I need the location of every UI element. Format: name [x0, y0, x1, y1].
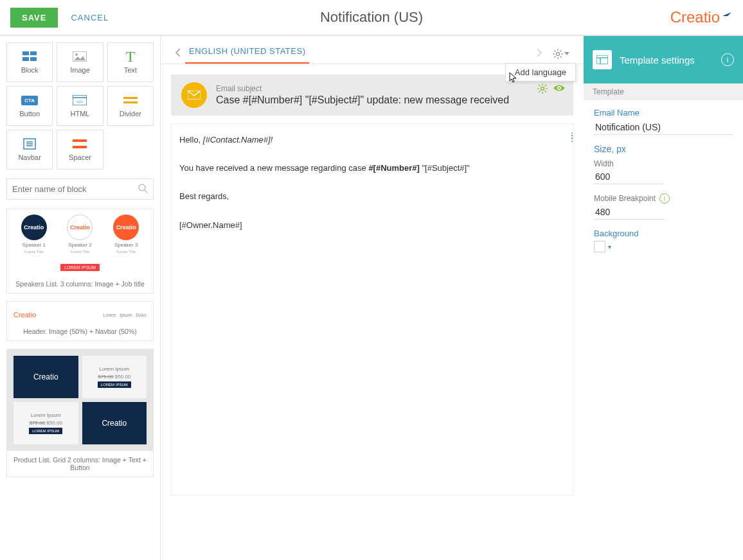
save-button[interactable]: SAVE — [10, 8, 58, 28]
svg-rect-16 — [73, 146, 87, 148]
svg-rect-1 — [30, 51, 37, 55]
breakpoint-label: Mobile Breakpoint i — [594, 193, 733, 204]
speaker-logo: Creatio — [113, 214, 139, 240]
cursor-icon — [509, 72, 518, 83]
mail-icon — [181, 82, 207, 108]
svg-text:</>: </> — [76, 100, 83, 104]
subject-gear-icon[interactable] — [537, 83, 548, 96]
product-info: Lorem Ipsum $75.00 $50.00 LOREM IPSUM — [82, 356, 147, 398]
palette-button[interactable]: CTA Button — [6, 86, 53, 126]
cancel-link[interactable]: CANCEL — [71, 13, 109, 22]
svg-line-24 — [554, 50, 555, 51]
product-image: Creatio — [13, 356, 78, 398]
chevron-down-icon: ▾ — [608, 243, 611, 250]
palette-label: HTML — [71, 110, 90, 118]
center-pane: ENGLISH (UNITED STATES) Add language — [161, 36, 584, 560]
palette-html[interactable]: </> HTML — [57, 86, 103, 126]
palette-spacer[interactable]: Spacer — [57, 130, 103, 170]
preview-caption: Product List. Grid 2 columns: Image + Te… — [7, 456, 153, 471]
svg-rect-0 — [22, 51, 29, 55]
block-icon — [22, 51, 37, 62]
palette-label: Image — [70, 66, 90, 74]
next-tab-arrow[interactable] — [530, 48, 549, 59]
image-icon — [72, 51, 87, 62]
block-palette: Block Image T Text CTA Button </> HTML D… — [6, 42, 154, 170]
width-input[interactable]: 600 — [594, 170, 665, 184]
palette-image[interactable]: Image — [57, 42, 103, 82]
background-picker[interactable]: ▾ — [594, 241, 733, 252]
divider-icon — [123, 94, 138, 106]
palette-text[interactable]: T Text — [107, 42, 154, 82]
svg-rect-15 — [73, 139, 87, 142]
palette-navbar[interactable]: Navbar — [6, 130, 53, 170]
search-icon — [138, 183, 148, 195]
svg-point-17 — [139, 184, 145, 191]
subject-label: Email subject — [216, 84, 509, 93]
text-icon: T — [123, 51, 138, 62]
speaker-logo: Creatio — [21, 214, 47, 240]
email-body[interactable]: ⋮⋮ Hello, [#Contact.Name#]! You have rec… — [171, 123, 573, 496]
template-icon — [593, 50, 612, 69]
preview-product[interactable]: Creatio Lorem Ipsum $75.00 $50.00 LOREM … — [6, 349, 154, 477]
email-name-input[interactable]: Notification (US) — [594, 120, 733, 135]
svg-rect-40 — [596, 55, 608, 64]
palette-label: Spacer — [69, 153, 91, 161]
drag-handle[interactable]: ⋮⋮ — [568, 134, 577, 139]
color-swatch — [594, 241, 605, 252]
palette-label: Block — [21, 66, 39, 74]
svg-rect-3 — [30, 57, 37, 61]
svg-rect-2 — [22, 57, 29, 61]
palette-label: Divider — [120, 110, 141, 118]
email-name-label: Email Name — [594, 108, 733, 118]
tab-settings-gear[interactable]: Add language — [549, 49, 573, 59]
tab-english[interactable]: ENGLISH (UNITED STATES) — [185, 44, 309, 64]
svg-point-39 — [559, 87, 560, 89]
palette-label: Button — [19, 110, 40, 118]
preview-eye-icon[interactable] — [553, 83, 566, 96]
breakpoint-input[interactable]: 480 — [594, 205, 665, 220]
svg-line-27 — [560, 50, 562, 51]
search-input[interactable] — [12, 184, 138, 194]
gear-icon — [553, 49, 563, 59]
svg-line-37 — [545, 85, 546, 86]
chevron-down-icon — [564, 52, 569, 56]
palette-label: Text — [124, 66, 137, 74]
svg-point-19 — [557, 52, 560, 55]
right-panel: Template settings i Template Email Name … — [584, 36, 743, 560]
preview-logo: Creatio — [13, 311, 36, 319]
preview-speakers[interactable]: CreatioSpeaker 1Future Title CreatioSpea… — [6, 209, 154, 293]
palette-divider[interactable]: Divider — [107, 86, 154, 126]
svg-point-5 — [75, 53, 78, 56]
prev-tab-arrow[interactable] — [171, 48, 185, 59]
gear-dropdown: Add language — [505, 63, 576, 82]
svg-line-25 — [560, 56, 562, 57]
product-info: Lorem Ipsum $75.00 $50.00 LOREM IPSUM — [13, 402, 78, 444]
search-block[interactable] — [6, 179, 154, 200]
size-label: Size, px — [594, 144, 733, 154]
menu-add-language[interactable]: Add language — [515, 67, 566, 77]
page-title: Notification (US) — [320, 9, 423, 26]
settings-header: Template settings i — [584, 36, 743, 83]
preview-caption: Header. Image (50%) + Navbar (50%) — [11, 328, 149, 335]
code-icon: </> — [72, 94, 87, 106]
preview-caption: Speakers List. 3 columns: Image + Job ti… — [11, 280, 149, 288]
svg-point-29 — [541, 87, 544, 91]
preview-header[interactable]: Creatio LoremIpsumDolor Header. Image (5… — [6, 301, 154, 341]
width-label: Width — [594, 159, 733, 168]
left-sidebar: Block Image T Text CTA Button </> HTML D… — [0, 36, 161, 560]
section-template: Template — [584, 83, 743, 100]
subject-value[interactable]: Case #[#Number#] "[#Subject#]" update: n… — [216, 94, 509, 106]
email-editor: Email subject Case #[#Number#] "[#Subjec… — [161, 64, 584, 560]
info-icon[interactable]: i — [659, 193, 670, 204]
palette-block[interactable]: Block — [6, 42, 53, 82]
svg-line-36 — [539, 91, 540, 92]
tab-row: ENGLISH (UNITED STATES) Add language — [161, 36, 584, 64]
product-image: Creatio — [82, 402, 147, 444]
info-icon[interactable]: i — [721, 53, 734, 66]
main-layout: Block Image T Text CTA Button </> HTML D… — [0, 36, 743, 560]
settings-title: Template settings — [620, 55, 713, 66]
brand-logo: Creatio — [670, 8, 733, 26]
speaker-logo: Creatio — [67, 214, 93, 240]
topbar: SAVE CANCEL Notification (US) Creatio — [0, 0, 743, 36]
svg-line-18 — [145, 190, 147, 193]
